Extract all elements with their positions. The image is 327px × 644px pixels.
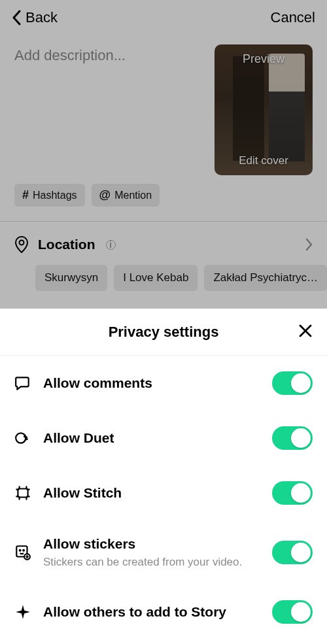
privacy-sheet: Privacy settings Allow comments Allow Du… — [0, 309, 327, 644]
setting-allow-stickers: Allow stickers Stickers can be created f… — [0, 520, 327, 585]
setting-allow-duet: Allow Duet — [0, 411, 327, 466]
toggle-duet[interactable] — [272, 426, 313, 450]
svg-point-6 — [20, 550, 21, 551]
setting-label: Allow stickers — [43, 536, 260, 552]
toggle-comments[interactable] — [272, 371, 313, 395]
close-button[interactable] — [298, 324, 313, 341]
setting-allow-comments: Allow comments — [0, 356, 327, 411]
duet-icon — [14, 430, 31, 447]
toggle-story[interactable] — [272, 600, 313, 624]
sheet-header: Privacy settings — [0, 309, 327, 356]
svg-point-4 — [26, 439, 27, 439]
svg-point-3 — [26, 437, 27, 437]
modal-overlay[interactable] — [0, 0, 327, 309]
setting-subtitle: Stickers can be created from your video. — [43, 556, 260, 569]
sticker-icon — [14, 544, 31, 561]
svg-point-2 — [24, 436, 25, 437]
setting-label: Allow comments — [43, 375, 260, 391]
toggle-stickers[interactable] — [272, 541, 313, 564]
svg-point-1 — [16, 433, 26, 443]
svg-point-7 — [23, 550, 24, 551]
sheet-title: Privacy settings — [109, 324, 219, 341]
comment-icon — [14, 375, 31, 392]
setting-label: Allow Stitch — [43, 485, 260, 501]
sparkle-icon — [14, 603, 31, 620]
close-icon — [298, 324, 313, 338]
setting-allow-stitch: Allow Stitch — [0, 466, 327, 520]
setting-allow-story: Allow others to add to Story — [0, 585, 327, 639]
setting-label: Allow Duet — [43, 430, 260, 446]
stitch-icon — [14, 484, 31, 501]
setting-label: Allow others to add to Story — [43, 604, 260, 620]
toggle-stitch[interactable] — [272, 481, 313, 505]
